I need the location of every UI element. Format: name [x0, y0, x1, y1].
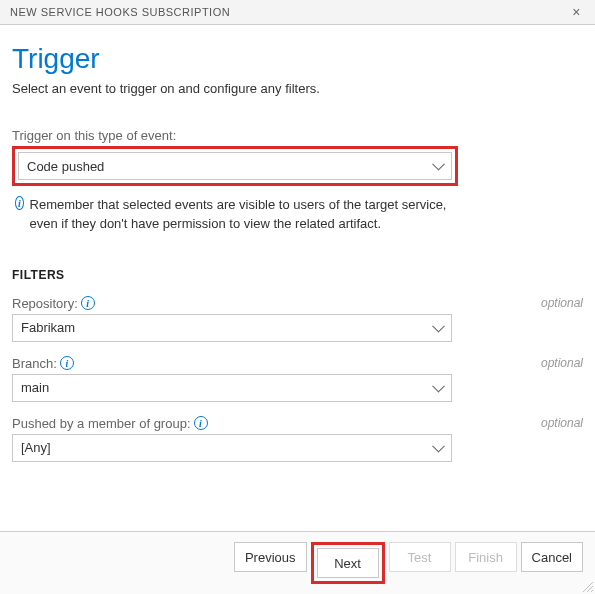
filters-heading: FILTERS — [12, 268, 583, 282]
info-icon[interactable]: i — [194, 416, 208, 430]
test-button: Test — [389, 542, 451, 572]
filter-group-select[interactable]: [Any] — [12, 434, 452, 462]
filter-group-label: Pushed by a member of group: i optional — [12, 416, 583, 431]
info-icon[interactable]: i — [60, 356, 74, 370]
trigger-event-select[interactable]: Code pushed — [18, 152, 452, 180]
svg-line-2 — [591, 590, 593, 592]
dialog-body: Trigger Select an event to trigger on an… — [0, 25, 595, 462]
dialog-title: NEW SERVICE HOOKS SUBSCRIPTION — [10, 6, 230, 18]
filter-repository-select[interactable]: Fabrikam — [12, 314, 452, 342]
dialog-header: NEW SERVICE HOOKS SUBSCRIPTION × — [0, 0, 595, 25]
trigger-highlight: Code pushed — [12, 146, 458, 186]
page-title: Trigger — [12, 43, 583, 75]
next-highlight: Next — [311, 542, 385, 584]
next-button[interactable]: Next — [317, 548, 379, 578]
filter-branch-label: Branch: i optional — [12, 356, 583, 371]
previous-button[interactable]: Previous — [234, 542, 307, 572]
cancel-button[interactable]: Cancel — [521, 542, 583, 572]
page-subtitle: Select an event to trigger on and config… — [12, 81, 583, 96]
info-icon[interactable]: i — [81, 296, 95, 310]
close-icon[interactable]: × — [568, 4, 585, 20]
filter-branch-select[interactable]: main — [12, 374, 452, 402]
trigger-label: Trigger on this type of event: — [12, 128, 583, 143]
trigger-note: i Remember that selected events are visi… — [12, 196, 452, 234]
finish-button: Finish — [455, 542, 517, 572]
dialog-footer: Previous Next Test Finish Cancel — [0, 531, 595, 594]
info-icon: i — [15, 196, 24, 210]
filter-repository-label: Repository: i optional — [12, 296, 583, 311]
resize-grip-icon[interactable] — [581, 580, 593, 592]
